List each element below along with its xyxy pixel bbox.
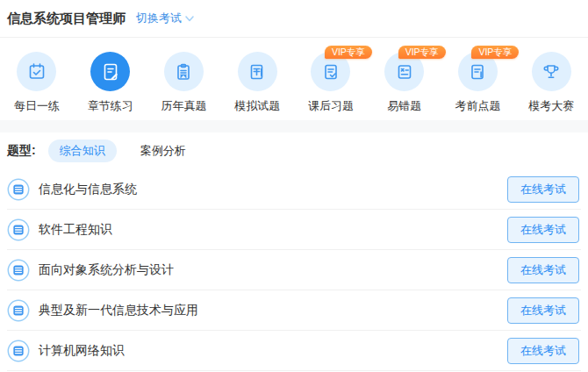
vip-badge: VIP专享 bbox=[398, 46, 446, 59]
chapter-row: 信息化与信息系统在线考试 bbox=[7, 169, 581, 210]
question-type-tab-1[interactable]: 综合知识 bbox=[48, 140, 117, 162]
chapter-row: 软件工程知识在线考试 bbox=[7, 210, 581, 250]
trophy-icon bbox=[532, 52, 571, 91]
nav-item-6[interactable]: VIP专享易错题 bbox=[368, 52, 441, 120]
chapter-title: 典型及新一代信息技术与应用 bbox=[39, 303, 198, 318]
nav-item-8[interactable]: 模考大赛 bbox=[514, 52, 588, 120]
chapter-title: 信息化与信息系统 bbox=[39, 182, 137, 197]
notebook-pen-icon bbox=[238, 52, 277, 91]
nav-item-label: 课后习题 bbox=[308, 98, 354, 114]
chapter-row: 典型及新一代信息技术与应用在线考试 bbox=[7, 290, 581, 331]
nav-item-label: 每日一练 bbox=[14, 98, 60, 114]
feature-nav: 每日一练章节练习历年真题模拟试题VIP专享课后习题VIP专享易错题VIP专享考前… bbox=[0, 38, 588, 120]
chevron-down-icon bbox=[184, 13, 195, 24]
header: 信息系统项目管理师 切换考试 bbox=[0, 0, 588, 38]
section-divider bbox=[0, 120, 588, 132]
clipboard-icon bbox=[164, 52, 204, 91]
content: 题型: 综合知识案例分析 信息化与信息系统在线考试软件工程知识在线考试面向对象系… bbox=[0, 132, 588, 371]
nav-item-1[interactable]: 每日一练 bbox=[0, 52, 74, 120]
nav-item-label: 模考大赛 bbox=[528, 98, 574, 114]
online-exam-button[interactable]: 在线考试 bbox=[507, 257, 579, 283]
question-type-row: 题型: 综合知识案例分析 bbox=[7, 132, 581, 169]
switch-exam-link[interactable]: 切换考试 bbox=[136, 11, 195, 26]
chapter-list-icon bbox=[7, 218, 30, 241]
online-exam-button[interactable]: 在线考试 bbox=[507, 338, 579, 364]
chapter-title: 软件工程知识 bbox=[39, 222, 112, 238]
switch-exam-label: 切换考试 bbox=[136, 11, 182, 26]
chapter-list-icon bbox=[7, 340, 30, 362]
nav-item-label: 考前点题 bbox=[455, 98, 500, 114]
question-type-label: 题型: bbox=[7, 143, 36, 159]
calendar-check-icon bbox=[17, 52, 56, 91]
chapter-list: 信息化与信息系统在线考试软件工程知识在线考试面向对象系统分析与设计在线考试典型及… bbox=[7, 169, 581, 371]
nav-item-label: 历年真题 bbox=[161, 98, 206, 114]
online-exam-button[interactable]: 在线考试 bbox=[507, 176, 579, 203]
document-pen-icon bbox=[90, 52, 130, 91]
chapter-title: 计算机网络知识 bbox=[39, 343, 125, 359]
nav-item-5[interactable]: VIP专享课后习题 bbox=[294, 52, 368, 120]
online-exam-button[interactable]: 在线考试 bbox=[507, 297, 579, 324]
page-title: 信息系统项目管理师 bbox=[7, 11, 125, 27]
chapter-list-icon bbox=[7, 299, 30, 322]
nav-item-4[interactable]: 模拟试题 bbox=[220, 52, 294, 120]
nav-item-7[interactable]: VIP专享考前点题 bbox=[441, 52, 515, 120]
chapter-list-icon bbox=[7, 178, 30, 201]
nav-item-label: 易错题 bbox=[387, 98, 421, 114]
chapter-row: 计算机网络知识在线考试 bbox=[7, 331, 581, 371]
chapter-row: 面向对象系统分析与设计在线考试 bbox=[7, 250, 581, 290]
nav-item-label: 模拟试题 bbox=[234, 98, 280, 114]
online-exam-button[interactable]: 在线考试 bbox=[507, 217, 579, 243]
nav-item-2[interactable]: 章节练习 bbox=[74, 52, 147, 120]
chapter-list-icon bbox=[7, 259, 30, 282]
chapter-title: 面向对象系统分析与设计 bbox=[39, 262, 174, 278]
vip-badge: VIP专享 bbox=[471, 46, 519, 59]
nav-item-label: 章节练习 bbox=[88, 98, 133, 114]
vip-badge: VIP专享 bbox=[325, 46, 372, 59]
question-type-tab-2[interactable]: 案例分析 bbox=[129, 140, 197, 162]
nav-item-3[interactable]: 历年真题 bbox=[147, 52, 221, 120]
